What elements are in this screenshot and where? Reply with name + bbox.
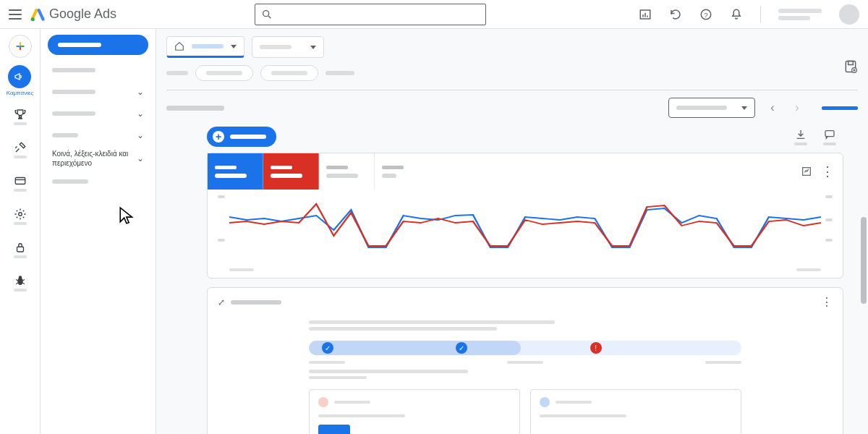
- svg-rect-16: [17, 247, 23, 252]
- sidenav-item-3[interactable]: ⌄: [43, 103, 153, 124]
- section-title: [166, 106, 224, 111]
- chart-menu-icon[interactable]: ⋮: [821, 163, 834, 179]
- section-heading-row: ‹ ›: [166, 98, 858, 118]
- date-range-select[interactable]: [668, 98, 755, 118]
- svg-rect-6: [647, 15, 648, 17]
- sidenav-item-audiences[interactable]: Κοινά, λέξεις-κλειδιά και περιεχόμενο ⌄: [43, 146, 153, 171]
- svg-line-2: [268, 16, 271, 18]
- ads-logo-icon: [30, 7, 45, 22]
- metric-tab-impr[interactable]: [263, 153, 319, 190]
- svg-text:?: ?: [704, 10, 708, 18]
- app-header: Google Ads ?: [0, 0, 868, 29]
- chevron-down-icon: ⌄: [137, 153, 144, 163]
- new-campaign-button[interactable]: +: [207, 127, 276, 147]
- collapse-icon[interactable]: ⤢: [218, 297, 225, 307]
- metrics-line-chart: [229, 197, 821, 255]
- add-filter-link[interactable]: [326, 71, 354, 75]
- reports-icon[interactable]: [639, 8, 652, 21]
- filter-chip-2[interactable]: [260, 65, 318, 81]
- menu-icon[interactable]: [9, 9, 22, 20]
- save-view-icon[interactable]: [843, 59, 858, 74]
- notifications-icon[interactable]: [730, 8, 743, 21]
- scrollbar-thumb[interactable]: [861, 217, 867, 304]
- card-icon: [14, 174, 27, 187]
- sidenav-selected[interactable]: [48, 35, 148, 55]
- wizard-title: [231, 300, 281, 305]
- chevron-down-icon: ⌄: [137, 109, 144, 119]
- avatar[interactable]: [839, 4, 859, 25]
- lock-icon: [14, 241, 27, 254]
- chevron-down-icon: ⌄: [137, 130, 144, 140]
- caret-down-icon: [231, 45, 237, 48]
- search-input[interactable]: [255, 4, 486, 25]
- svg-rect-24: [848, 61, 854, 65]
- setup-wizard-card: ⤢ ⋮ ✓✓!: [207, 287, 843, 434]
- metric-tab-clicks[interactable]: [208, 153, 263, 190]
- rail-admin[interactable]: [0, 203, 41, 229]
- svg-rect-13: [15, 178, 25, 184]
- refresh-icon[interactable]: [669, 8, 682, 21]
- filter-chip-1[interactable]: [195, 65, 253, 81]
- performance-chart-card: ⋮: [207, 153, 843, 278]
- app-title: Google Ads: [49, 7, 116, 22]
- download-button[interactable]: [794, 129, 807, 145]
- date-next-button[interactable]: ›: [790, 101, 804, 115]
- sidenav-item-2[interactable]: ⌄: [43, 81, 153, 103]
- feedback-button[interactable]: [823, 129, 836, 145]
- rail-tools[interactable]: [0, 137, 41, 163]
- rail-security[interactable]: [0, 237, 41, 263]
- svg-rect-5: [644, 12, 646, 17]
- svg-point-1: [263, 10, 269, 16]
- sidenav-item-4[interactable]: ⌄: [43, 124, 153, 146]
- main-content: ‹ › + ⋮: [156, 29, 868, 434]
- recommendation-card-1[interactable]: [309, 389, 520, 434]
- rail-campaigns[interactable]: Καμπάνιες: [7, 65, 34, 96]
- recommendation-card-2[interactable]: [530, 389, 741, 434]
- breadcrumb-level1[interactable]: [166, 36, 244, 58]
- metric-tab-4[interactable]: [375, 153, 434, 190]
- rail-goals[interactable]: [0, 103, 41, 129]
- svg-line-22: [22, 283, 25, 284]
- svg-point-15: [18, 213, 22, 216]
- search-icon: [261, 9, 273, 20]
- date-prev-button[interactable]: ‹: [765, 101, 780, 115]
- feedback-icon: [824, 129, 835, 140]
- megaphone-icon: [14, 71, 25, 82]
- app-logo[interactable]: Google Ads: [30, 7, 116, 22]
- wizard-menu-icon[interactable]: ⋮: [821, 295, 833, 309]
- chevron-down-icon: ⌄: [137, 87, 144, 97]
- sidenav-item-6[interactable]: [43, 171, 153, 192]
- sidenav-item-1[interactable]: [43, 59, 153, 81]
- side-nav: ⌄ ⌄ ⌄ Κοινά, λέξεις-κλειδιά και περιεχόμ…: [41, 29, 156, 434]
- caret-down-icon: [310, 46, 316, 49]
- create-button[interactable]: [9, 35, 32, 58]
- rail-billing[interactable]: [0, 170, 41, 196]
- plus-icon: +: [213, 131, 224, 142]
- svg-line-21: [16, 283, 18, 284]
- svg-point-18: [18, 276, 22, 279]
- nav-rail: Καμπάνιες: [0, 29, 41, 434]
- bug-icon: [14, 274, 27, 287]
- help-icon[interactable]: ?: [699, 8, 712, 21]
- breadcrumb-level2[interactable]: [252, 36, 324, 58]
- trophy-icon: [14, 108, 27, 121]
- caret-down-icon: [741, 106, 747, 110]
- account-label: [778, 9, 822, 13]
- filter-row: [166, 65, 858, 81]
- download-icon: [795, 129, 807, 140]
- breadcrumb: [166, 36, 858, 58]
- svg-point-0: [31, 17, 35, 21]
- svg-rect-4: [642, 14, 644, 17]
- scrollbar[interactable]: [861, 29, 867, 431]
- show-last-link[interactable]: [822, 106, 858, 110]
- gear-icon: [14, 208, 27, 221]
- rail-bug[interactable]: [0, 270, 41, 296]
- setup-stepper: ✓✓!: [309, 341, 741, 355]
- expand-chart-icon[interactable]: [801, 166, 812, 177]
- svg-rect-28: [825, 130, 834, 136]
- home-icon: [174, 41, 184, 51]
- tools-icon: [14, 141, 27, 154]
- header-divider: [760, 6, 761, 23]
- recommendation-apply-button[interactable]: [318, 425, 350, 434]
- metric-tab-3[interactable]: [319, 153, 375, 190]
